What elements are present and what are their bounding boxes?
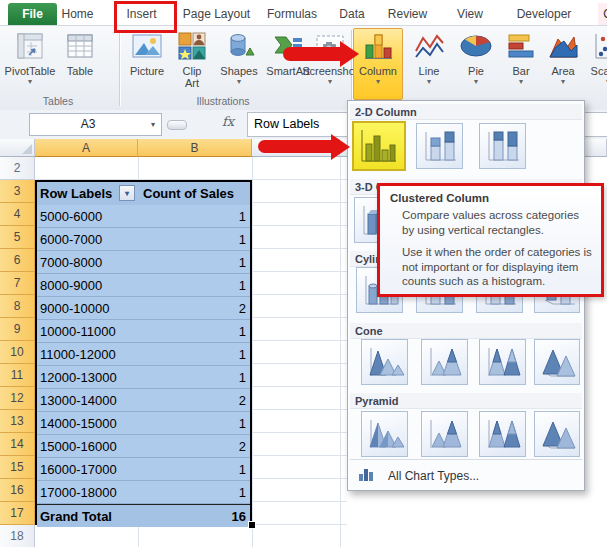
count-cell[interactable]: 1 — [138, 251, 250, 274]
picture-button[interactable]: Picture — [124, 28, 170, 98]
all-chart-types-item[interactable]: All Chart Types... — [348, 461, 584, 490]
count-cell[interactable]: 1 — [138, 481, 250, 504]
bin-cell[interactable]: 5000-6000 — [37, 205, 140, 228]
cone-option[interactable] — [479, 339, 526, 385]
row-header-5[interactable]: 5 — [0, 226, 35, 249]
row-header-13[interactable]: 13 — [0, 410, 35, 433]
column-header-a[interactable]: A — [35, 139, 138, 157]
count-cell[interactable]: 1 — [138, 228, 250, 251]
row-header-14[interactable]: 14 — [0, 433, 35, 456]
formula-bar-pill — [167, 120, 187, 130]
bin-cell[interactable]: 17000-18000 — [37, 481, 140, 504]
row-header-2[interactable]: 2 — [0, 157, 35, 180]
stacked-100-column-option[interactable] — [479, 123, 526, 169]
row-header-6[interactable]: 6 — [0, 249, 35, 272]
tab-data[interactable]: Data — [333, 3, 371, 25]
tab-view[interactable]: View — [449, 3, 491, 25]
pivottable-button[interactable]: PivotTable ▾ — [4, 28, 56, 98]
row-header-9[interactable]: 9 — [0, 318, 35, 341]
tab-home[interactable]: Home — [59, 3, 96, 25]
bin-cell[interactable]: 15000-16000 — [37, 435, 140, 458]
tab-developer[interactable]: Developer — [508, 3, 580, 25]
row-header-16[interactable]: 16 — [0, 479, 35, 502]
scatter-chart-button[interactable]: Scatter ▾ — [585, 28, 607, 98]
select-all-corner[interactable] — [0, 139, 35, 157]
row-header-4[interactable]: 4 — [0, 203, 35, 226]
row-header-3[interactable]: 3 — [0, 180, 35, 203]
tab-page-layout[interactable]: Page Layout — [181, 3, 252, 25]
pyramid-option[interactable] — [421, 411, 468, 457]
pyramid-option[interactable] — [479, 411, 526, 457]
pivot-header-row-labels[interactable]: Row Labels — [37, 182, 122, 205]
row-header-7[interactable]: 7 — [0, 272, 35, 295]
tables-group-label: Tables — [10, 94, 106, 108]
bin-cell[interactable]: 6000-7000 — [37, 228, 140, 251]
shapes-button[interactable]: Shapes ▾ — [214, 28, 264, 98]
bin-cell[interactable]: 8000-9000 — [37, 274, 140, 297]
count-cell[interactable]: 1 — [138, 205, 250, 228]
area-label: Area — [551, 65, 574, 77]
area-chart-button[interactable]: Area ▾ — [543, 28, 583, 98]
table-row: 16000-170001 — [37, 458, 250, 481]
clustered-column-option[interactable] — [352, 121, 406, 171]
pivot-header-count[interactable]: Count of Sales — [140, 182, 251, 205]
tooltip-title: Clustered Column — [390, 192, 601, 204]
cone-option[interactable] — [421, 339, 468, 385]
grand-total-value[interactable]: 16 — [138, 505, 250, 528]
name-box[interactable]: A3 — [29, 113, 147, 136]
count-cell[interactable]: 1 — [138, 412, 250, 435]
bin-cell[interactable]: 14000-15000 — [37, 412, 140, 435]
clip-art-button[interactable]: Clip Art — [172, 28, 212, 98]
tab-formulas[interactable]: Formulas — [262, 3, 322, 25]
bin-cell[interactable]: 13000-14000 — [37, 389, 140, 412]
bin-cell[interactable]: 9000-10000 — [37, 297, 140, 320]
scatter-label: Scatter — [591, 65, 607, 77]
filter-dropdown-icon[interactable]: ▾ — [119, 185, 135, 201]
clip-art-icon — [177, 31, 207, 65]
column-chart-button[interactable]: Column ▾ — [353, 28, 403, 100]
count-cell[interactable]: 1 — [138, 274, 250, 297]
row-header-17[interactable]: 17 — [0, 502, 35, 525]
table-button[interactable]: Table — [58, 28, 102, 98]
bin-cell[interactable]: 10000-11000 — [37, 320, 140, 343]
tab-options-partial[interactable]: O — [598, 3, 607, 25]
fill-handle[interactable] — [248, 521, 256, 529]
name-box-dropdown-icon[interactable]: ▾ — [145, 113, 162, 136]
row-header-15[interactable]: 15 — [0, 456, 35, 479]
line-chart-button[interactable]: Line ▾ — [407, 28, 451, 98]
grand-total-label[interactable]: Grand Total — [37, 505, 140, 528]
row-header-8[interactable]: 8 — [0, 295, 35, 318]
bin-cell[interactable]: 12000-13000 — [37, 366, 140, 389]
count-cell[interactable]: 1 — [138, 320, 250, 343]
stacked-column-option[interactable] — [416, 123, 463, 169]
bin-cell[interactable]: 16000-17000 — [37, 458, 140, 481]
ribbon: PivotTable ▾ Table Picture Clip Art — [0, 26, 607, 111]
illustrations-group-label: Illustrations — [130, 94, 316, 108]
count-cell[interactable]: 1 — [138, 458, 250, 481]
tab-file[interactable]: File — [8, 3, 57, 25]
picture-label: Picture — [130, 65, 164, 77]
row-header-10[interactable]: 10 — [0, 341, 35, 364]
pyramid-option[interactable] — [534, 411, 580, 457]
column-header-b[interactable]: B — [138, 139, 252, 157]
bin-cell[interactable]: 11000-12000 — [37, 343, 140, 366]
count-cell[interactable]: 2 — [138, 435, 250, 458]
count-cell[interactable]: 2 — [138, 389, 250, 412]
pie-chart-button[interactable]: Pie ▾ — [455, 28, 497, 98]
count-cell[interactable]: 1 — [138, 366, 250, 389]
cone-option[interactable] — [534, 339, 580, 385]
count-cell[interactable]: 1 — [138, 343, 250, 366]
cone-option[interactable] — [361, 339, 408, 385]
table-row: 12000-130001 — [37, 366, 250, 389]
tooltip-paragraph-2: Use it when the order of categories is n… — [402, 245, 594, 289]
pie-label: Pie — [468, 65, 484, 77]
tab-review[interactable]: Review — [380, 3, 435, 25]
insert-function-icon[interactable]: fx — [222, 114, 246, 129]
bin-cell[interactable]: 7000-8000 — [37, 251, 140, 274]
pyramid-option[interactable] — [361, 411, 408, 457]
bar-chart-button[interactable]: Bar ▾ — [500, 28, 542, 98]
row-header-18[interactable]: 18 — [0, 525, 35, 547]
row-header-11[interactable]: 11 — [0, 364, 35, 387]
count-cell[interactable]: 2 — [138, 297, 250, 320]
row-header-12[interactable]: 12 — [0, 387, 35, 410]
